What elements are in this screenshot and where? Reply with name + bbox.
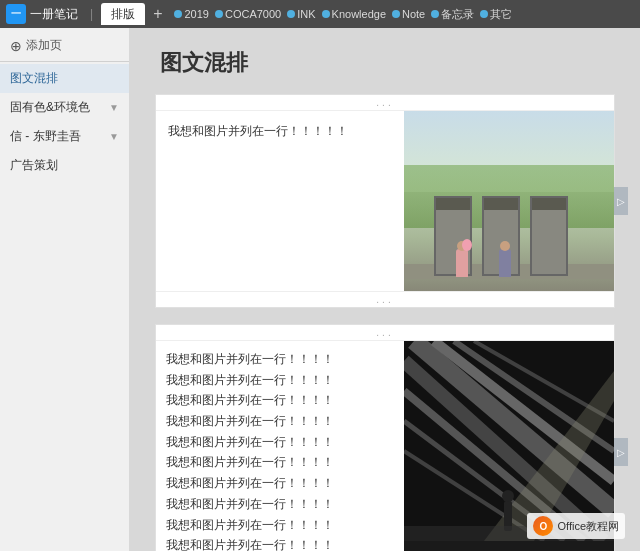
tab-memo[interactable]: 备忘录 bbox=[431, 7, 474, 22]
tab-knowledge[interactable]: Knowledge bbox=[322, 8, 386, 20]
app-title: 一册笔记 bbox=[30, 6, 78, 23]
card1-image bbox=[404, 111, 614, 291]
paiban-tab[interactable]: 排版 bbox=[101, 3, 145, 25]
tab-ink[interactable]: INK bbox=[287, 8, 315, 20]
watermark-icon: O bbox=[533, 516, 553, 536]
arrow-icon: ▼ bbox=[109, 131, 119, 142]
add-page-button[interactable]: ⊕ 添加页 bbox=[0, 32, 129, 59]
app-icon: 一 bbox=[6, 4, 26, 24]
text-line-10: 我想和图片并列在一行！！！！ bbox=[166, 535, 394, 551]
balloon bbox=[462, 239, 472, 251]
sidebar-item-guanggao[interactable]: 广告策划 bbox=[0, 151, 129, 180]
tab-coca7000[interactable]: COCA7000 bbox=[215, 8, 281, 20]
tab-2019[interactable]: 2019 bbox=[174, 8, 208, 20]
card2-nav-arrow[interactable]: ▷ bbox=[614, 438, 628, 466]
watermark-text: Office教程网 bbox=[557, 519, 619, 534]
booth-top bbox=[484, 198, 518, 210]
booth-top bbox=[532, 198, 566, 210]
tab-other[interactable]: 其它 bbox=[480, 7, 512, 22]
watermark: O Office教程网 bbox=[527, 513, 625, 539]
sidebar: ⊕ 添加页 图文混排 固有色&环境色 ▼ 信 - 东野圭吾 ▼ 广告策划 bbox=[0, 28, 130, 551]
person1 bbox=[456, 249, 468, 277]
architecture-svg bbox=[404, 341, 614, 541]
text-line-6: 我想和图片并列在一行！！！！ bbox=[166, 452, 394, 473]
add-icon: ⊕ bbox=[10, 38, 22, 54]
photo-scene1 bbox=[404, 111, 614, 291]
booth3 bbox=[530, 196, 568, 276]
svg-point-11 bbox=[502, 490, 514, 502]
sidebar-item-xin[interactable]: 信 - 东野圭吾 ▼ bbox=[0, 122, 129, 151]
text-line-9: 我想和图片并列在一行！！！！ bbox=[166, 515, 394, 536]
add-tab-button[interactable]: + bbox=[153, 5, 162, 23]
card2-text: 我想和图片并列在一行！！！！ 我想和图片并列在一行！！！！ 我想和图片并列在一行… bbox=[156, 341, 404, 551]
text-line-7: 我想和图片并列在一行！！！！ bbox=[166, 473, 394, 494]
card2-dots-top: ... bbox=[156, 325, 614, 341]
person2 bbox=[499, 249, 511, 277]
tabs-right: 2019 COCA7000 INK Knowledge Note 备忘录 其它 bbox=[174, 7, 512, 22]
arrow-icon: ▼ bbox=[109, 102, 119, 113]
page-title: 图文混排 bbox=[155, 48, 615, 78]
card1-text: 我想和图片并列在一行！！！！！ bbox=[156, 111, 404, 291]
card1-dots-top: ... bbox=[156, 95, 614, 111]
text-line-3: 我想和图片并列在一行！！！！ bbox=[166, 390, 394, 411]
title-divider: | bbox=[90, 7, 93, 21]
sidebar-item-guyouse[interactable]: 固有色&环境色 ▼ bbox=[0, 93, 129, 122]
title-bar: 一 一册笔记 | 排版 + 2019 COCA7000 INK Knowledg… bbox=[0, 0, 640, 28]
tab-note[interactable]: Note bbox=[392, 8, 425, 20]
content-area: 图文混排 ... 我想和图片并列在一行！！！！！ bbox=[130, 28, 640, 551]
sidebar-divider bbox=[0, 61, 129, 62]
card1-nav-arrow[interactable]: ▷ bbox=[614, 187, 628, 215]
sidebar-item-tumhunpai[interactable]: 图文混排 bbox=[0, 64, 129, 93]
booth-top bbox=[436, 198, 470, 210]
card1-inner: 我想和图片并列在一行！！！！！ bbox=[156, 111, 614, 291]
text-line-4: 我想和图片并列在一行！！！！ bbox=[166, 411, 394, 432]
main-layout: ⊕ 添加页 图文混排 固有色&环境色 ▼ 信 - 东野圭吾 ▼ 广告策划 图文混… bbox=[0, 28, 640, 551]
card1-dots-bottom: ... bbox=[156, 291, 614, 307]
card-1: ... 我想和图片并列在一行！！！！！ bbox=[155, 94, 615, 308]
text-line-1: 我想和图片并列在一行！！！！ bbox=[166, 349, 394, 370]
text-line-8: 我想和图片并列在一行！！！！ bbox=[166, 494, 394, 515]
text-line-2: 我想和图片并列在一行！！！！ bbox=[166, 370, 394, 391]
text-line-5: 我想和图片并列在一行！！！！ bbox=[166, 432, 394, 453]
